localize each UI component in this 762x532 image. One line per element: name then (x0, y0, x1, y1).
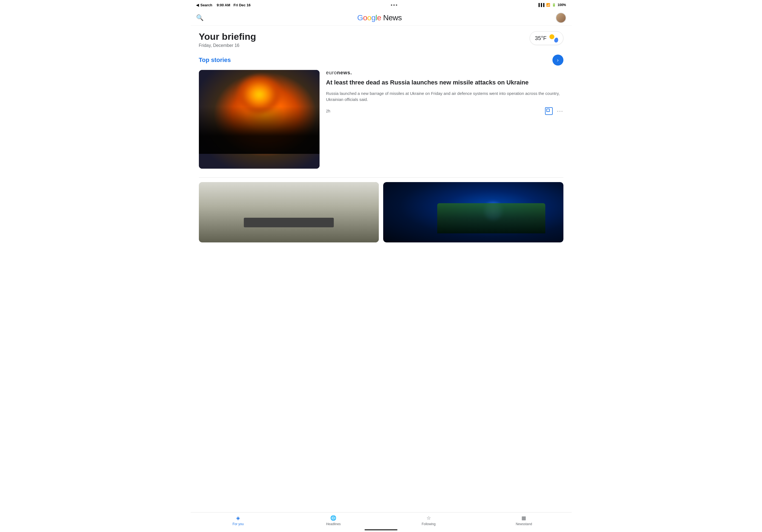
top-stories-title: Top stories (199, 56, 231, 64)
status-back-label: Search (200, 3, 212, 7)
story-card-rescue[interactable] (383, 182, 564, 242)
logo-o2: o (367, 13, 371, 22)
wifi-icon: 📶 (546, 3, 550, 7)
status-right: ▐▐▐ 📶 🔋 100% (537, 3, 566, 7)
status-time: 9:00 AM (217, 3, 230, 7)
search-icon: 🔍 (196, 14, 203, 21)
top-stories-next-button[interactable]: › (553, 54, 564, 65)
euronews-light: euro (326, 70, 337, 75)
status-center-dots (391, 4, 397, 6)
top-nav: 🔍 Google News (190, 10, 572, 26)
user-avatar[interactable] (556, 13, 566, 23)
logo-news: News (381, 13, 402, 22)
main-content: Your briefing Friday, December 16 35°F T… (190, 26, 572, 248)
explosion-background (199, 70, 320, 169)
logo-g: G (357, 13, 363, 22)
story-meta: 2h ··· (326, 107, 564, 115)
logo-o1: o (363, 13, 367, 22)
main-story-card[interactable]: euronews. At least three dead as Russia … (199, 70, 564, 173)
top-stories-header: Top stories › (199, 54, 564, 65)
battery-label: 100% (558, 3, 566, 7)
execution-chamber-image (199, 182, 379, 242)
story-actions: ··· (545, 107, 564, 115)
signal-icon: ▐▐▐ (537, 3, 545, 7)
battery-icon: 🔋 (552, 3, 556, 7)
sun-icon (549, 34, 554, 39)
weather-icon (549, 34, 558, 42)
main-story-image (199, 70, 320, 169)
weather-widget[interactable]: 35°F (530, 31, 563, 45)
app-title: Google News (357, 13, 402, 22)
briefing-date: Friday, December 16 (199, 43, 256, 48)
status-left: ◀ Search 9:00 AM Fri Dec 16 (196, 3, 251, 7)
figure-silhouette (437, 203, 545, 233)
search-button[interactable]: 🔍 (196, 14, 203, 21)
story-summary: Russia launched a new barrage of missile… (326, 91, 564, 103)
logo-e: e (377, 13, 381, 22)
source-logo: euronews. (326, 70, 564, 76)
weather-temp: 35°F (535, 35, 546, 41)
story-headline: At least three dead as Russia launches n… (326, 78, 564, 87)
rescue-scene-bg (383, 182, 564, 242)
logo-g2: g (371, 13, 375, 22)
chevron-right-icon: › (557, 57, 559, 63)
status-bar: ◀ Search 9:00 AM Fri Dec 16 ▐▐▐ 📶 🔋 100% (190, 0, 572, 10)
briefing-info: Your briefing Friday, December 16 (199, 31, 256, 48)
story-time: 2h (326, 109, 331, 113)
room-details (199, 182, 379, 242)
story-card-execution[interactable] (199, 182, 379, 242)
cannon-silhouette (199, 95, 320, 154)
rescue-scene-image (383, 182, 564, 242)
status-date: Fri Dec 16 (233, 3, 251, 7)
execution-room-bg (199, 182, 379, 242)
briefing-title: Your briefing (199, 31, 256, 42)
briefing-header: Your briefing Friday, December 16 35°F (199, 31, 564, 48)
euronews-bold: news. (337, 70, 352, 75)
save-story-button[interactable] (545, 107, 553, 115)
euronews-logo: euronews. (326, 70, 352, 75)
main-story-content: euronews. At least three dead as Russia … (326, 70, 564, 169)
gurney (244, 218, 334, 227)
bottom-stories-grid (199, 182, 564, 242)
rain-icon (554, 37, 559, 43)
ellipsis-icon: ··· (557, 108, 564, 114)
more-options-button[interactable]: ··· (557, 108, 564, 114)
back-arrow-icon: ◀ (196, 3, 199, 7)
bookmark-icon (545, 107, 553, 115)
